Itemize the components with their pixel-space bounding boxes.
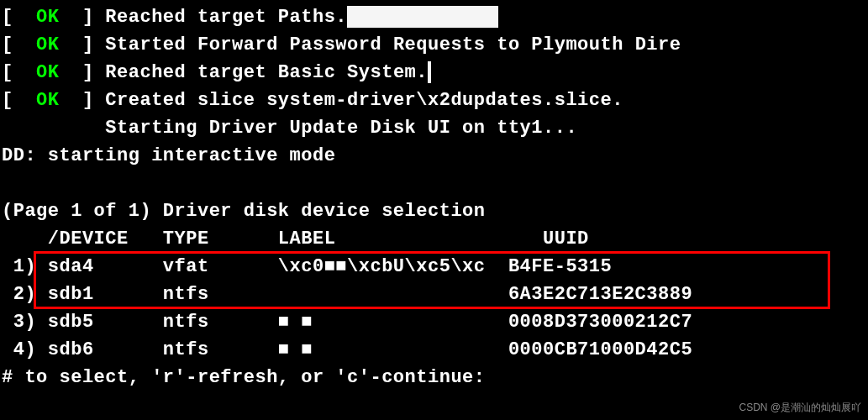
boot-suffix: ] (60, 7, 106, 28)
boot-prefix: [ (2, 7, 36, 28)
boot-message: Reached target Basic System. (105, 62, 428, 83)
boot-line: [ OK ] Started Forward Password Requests… (2, 31, 866, 59)
boot-line: [ OK ] Reached target Basic System. (2, 59, 866, 87)
device-row[interactable]: 4) sdb6 ntfs ■ ■ 0000CB71000D42C5 (2, 336, 866, 364)
boot-message: DD: starting interactive mode (2, 145, 335, 166)
status-ok: OK (36, 62, 59, 83)
boot-message: Created slice system-driver\x2dupdates.s… (105, 90, 623, 111)
boot-prefix: [ (2, 90, 36, 111)
watermark: CSDN @是潮汕的灿灿展吖 (739, 400, 861, 415)
status-ok: OK (36, 7, 59, 28)
boot-message: Starting Driver Update Disk UI on tty1..… (105, 118, 577, 139)
blank-line (2, 170, 866, 197)
redaction-block (428, 61, 431, 83)
selection-heading: (Page 1 of 1) Driver disk device selecti… (2, 197, 866, 225)
device-row[interactable]: 2) sdb1 ntfs 6A3E2C713E2C3889 (2, 281, 866, 308)
boot-suffix: ] (60, 90, 106, 111)
boot-line: [ OK ] Reached target Paths. (2, 3, 866, 31)
status-ok: OK (36, 34, 59, 55)
prompt-line[interactable]: # to select, 'r'-refresh, or 'c'-continu… (2, 364, 866, 391)
boot-message: Reached target Paths. (105, 7, 347, 28)
boot-prefix (2, 118, 105, 139)
boot-suffix: ] (60, 62, 106, 83)
boot-line: DD: starting interactive mode (2, 142, 866, 170)
device-row[interactable]: 3) sdb5 ntfs ■ ■ 0008D373000212C7 (2, 308, 866, 336)
redaction-block (347, 6, 498, 28)
boot-line: [ OK ] Created slice system-driver\x2dup… (2, 87, 866, 114)
table-header: /DEVICE TYPE LABEL UUID (2, 225, 866, 253)
boot-prefix: [ (2, 34, 36, 55)
boot-line: Starting Driver Update Disk UI on tty1..… (2, 114, 866, 142)
boot-prefix: [ (2, 62, 36, 83)
boot-message: Started Forward Password Requests to Ply… (105, 34, 681, 55)
device-row[interactable]: 1) sda4 vfat \xc0■■\xcbU\xc5\xc B4FE-531… (2, 253, 866, 281)
terminal-output: [ OK ] Reached target Paths.[ OK ] Start… (2, 3, 866, 391)
status-ok: OK (36, 90, 59, 111)
boot-suffix: ] (60, 34, 106, 55)
